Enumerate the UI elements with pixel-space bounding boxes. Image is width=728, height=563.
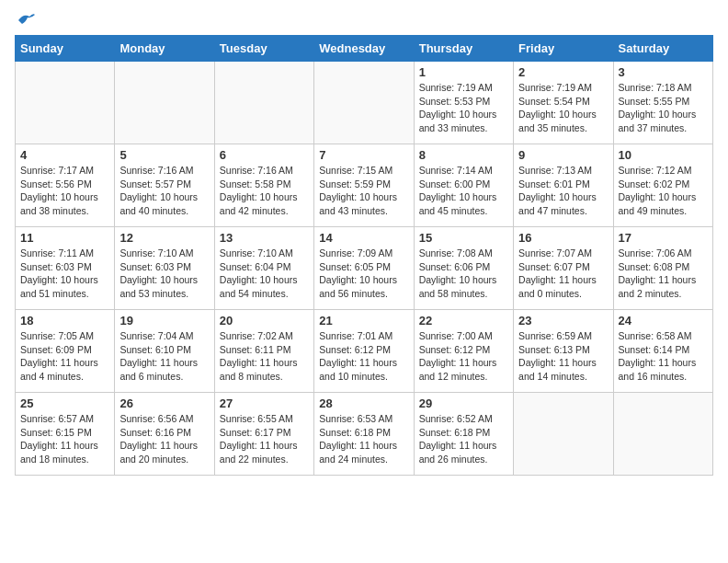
calendar-header-monday: Monday	[115, 36, 214, 62]
day-info: Sunrise: 6:55 AM Sunset: 6:17 PM Dayligh…	[220, 412, 309, 466]
calendar-cell: 15Sunrise: 7:08 AM Sunset: 6:06 PM Dayli…	[414, 227, 513, 310]
calendar-cell: 13Sunrise: 7:10 AM Sunset: 6:04 PM Dayli…	[214, 227, 313, 310]
calendar-cell: 4Sunrise: 7:17 AM Sunset: 5:56 PM Daylig…	[16, 144, 115, 227]
calendar-cell: 26Sunrise: 6:56 AM Sunset: 6:16 PM Dayli…	[115, 393, 214, 476]
day-number: 20	[220, 314, 309, 327]
calendar-header-thursday: Thursday	[414, 36, 513, 62]
day-info: Sunrise: 6:58 AM Sunset: 6:14 PM Dayligh…	[619, 329, 708, 384]
calendar-cell: 3Sunrise: 7:18 AM Sunset: 5:55 PM Daylig…	[613, 62, 712, 144]
day-info: Sunrise: 6:56 AM Sunset: 6:16 PM Dayligh…	[119, 412, 209, 466]
calendar-cell: 7Sunrise: 7:15 AM Sunset: 5:59 PM Daylig…	[314, 144, 414, 227]
calendar-header-row: SundayMondayTuesdayWednesdayThursdayFrid…	[16, 36, 713, 62]
calendar-header-tuesday: Tuesday	[214, 36, 313, 62]
day-number: 15	[419, 231, 508, 245]
day-info: Sunrise: 6:59 AM Sunset: 6:13 PM Dayligh…	[518, 329, 608, 384]
calendar-cell: 2Sunrise: 7:19 AM Sunset: 5:54 PM Daylig…	[514, 62, 613, 144]
day-info: Sunrise: 7:07 AM Sunset: 6:07 PM Dayligh…	[518, 247, 608, 301]
day-number: 4	[20, 148, 109, 162]
calendar-cell: 28Sunrise: 6:53 AM Sunset: 6:18 PM Dayli…	[314, 393, 414, 476]
calendar-table: SundayMondayTuesdayWednesdayThursdayFrid…	[15, 35, 713, 476]
page-header	[15, 15, 713, 28]
day-info: Sunrise: 7:11 AM Sunset: 6:03 PM Dayligh…	[20, 247, 109, 301]
calendar-cell: 21Sunrise: 7:01 AM Sunset: 6:12 PM Dayli…	[314, 310, 414, 393]
day-number: 23	[518, 314, 608, 327]
calendar-cell: 25Sunrise: 6:57 AM Sunset: 6:15 PM Dayli…	[16, 393, 115, 476]
calendar-week-row: 11Sunrise: 7:11 AM Sunset: 6:03 PM Dayli…	[16, 227, 713, 310]
calendar-cell: 9Sunrise: 7:13 AM Sunset: 6:01 PM Daylig…	[514, 144, 613, 227]
day-number: 24	[619, 314, 708, 327]
calendar-cell: 14Sunrise: 7:09 AM Sunset: 6:05 PM Dayli…	[314, 227, 414, 310]
day-number: 14	[319, 231, 408, 245]
day-info: Sunrise: 7:00 AM Sunset: 6:12 PM Dayligh…	[419, 329, 508, 384]
day-number: 29	[419, 396, 508, 410]
day-info: Sunrise: 7:08 AM Sunset: 6:06 PM Dayligh…	[419, 247, 508, 301]
day-info: Sunrise: 7:02 AM Sunset: 6:11 PM Dayligh…	[220, 329, 309, 384]
calendar-cell: 16Sunrise: 7:07 AM Sunset: 6:07 PM Dayli…	[514, 227, 613, 310]
calendar-week-row: 1Sunrise: 7:19 AM Sunset: 5:53 PM Daylig…	[16, 62, 713, 144]
calendar-cell: 1Sunrise: 7:19 AM Sunset: 5:53 PM Daylig…	[414, 62, 513, 144]
day-number: 17	[619, 231, 708, 245]
calendar-header-saturday: Saturday	[613, 36, 712, 62]
calendar-cell: 6Sunrise: 7:16 AM Sunset: 5:58 PM Daylig…	[214, 144, 313, 227]
day-info: Sunrise: 7:19 AM Sunset: 5:53 PM Dayligh…	[419, 81, 508, 135]
calendar-header-wednesday: Wednesday	[314, 36, 414, 62]
calendar-cell: 27Sunrise: 6:55 AM Sunset: 6:17 PM Dayli…	[214, 393, 313, 476]
calendar-cell	[115, 62, 214, 144]
calendar-cell	[214, 62, 313, 144]
calendar-header-friday: Friday	[514, 36, 613, 62]
day-number: 2	[518, 65, 608, 79]
day-info: Sunrise: 7:06 AM Sunset: 6:08 PM Dayligh…	[619, 247, 708, 301]
day-number: 16	[518, 231, 608, 245]
day-info: Sunrise: 7:17 AM Sunset: 5:56 PM Dayligh…	[20, 164, 109, 218]
day-info: Sunrise: 7:09 AM Sunset: 6:05 PM Dayligh…	[319, 247, 408, 301]
calendar-cell: 24Sunrise: 6:58 AM Sunset: 6:14 PM Dayli…	[613, 310, 712, 393]
day-info: Sunrise: 6:57 AM Sunset: 6:15 PM Dayligh…	[20, 412, 109, 466]
day-number: 7	[319, 148, 408, 162]
calendar-cell: 12Sunrise: 7:10 AM Sunset: 6:03 PM Dayli…	[115, 227, 214, 310]
calendar-cell: 17Sunrise: 7:06 AM Sunset: 6:08 PM Dayli…	[613, 227, 712, 310]
day-number: 10	[619, 148, 708, 162]
day-number: 13	[220, 231, 309, 245]
calendar-cell: 20Sunrise: 7:02 AM Sunset: 6:11 PM Dayli…	[214, 310, 313, 393]
calendar-cell: 22Sunrise: 7:00 AM Sunset: 6:12 PM Dayli…	[414, 310, 513, 393]
calendar-cell: 23Sunrise: 6:59 AM Sunset: 6:13 PM Dayli…	[514, 310, 613, 393]
day-number: 6	[220, 148, 309, 162]
calendar-cell: 18Sunrise: 7:05 AM Sunset: 6:09 PM Dayli…	[16, 310, 115, 393]
day-info: Sunrise: 7:10 AM Sunset: 6:03 PM Dayligh…	[119, 247, 209, 301]
day-info: Sunrise: 7:15 AM Sunset: 5:59 PM Dayligh…	[319, 164, 408, 218]
day-number: 1	[419, 65, 508, 79]
day-number: 9	[518, 148, 608, 162]
day-info: Sunrise: 7:13 AM Sunset: 6:01 PM Dayligh…	[518, 164, 608, 218]
day-info: Sunrise: 6:52 AM Sunset: 6:18 PM Dayligh…	[419, 412, 508, 466]
day-number: 19	[119, 314, 209, 327]
day-info: Sunrise: 7:12 AM Sunset: 6:02 PM Dayligh…	[619, 164, 708, 218]
day-number: 22	[419, 314, 508, 327]
day-number: 18	[20, 314, 109, 327]
calendar-cell: 8Sunrise: 7:14 AM Sunset: 6:00 PM Daylig…	[414, 144, 513, 227]
day-info: Sunrise: 7:14 AM Sunset: 6:00 PM Dayligh…	[419, 164, 508, 218]
day-number: 27	[220, 396, 309, 410]
day-number: 28	[319, 396, 408, 410]
calendar-cell: 29Sunrise: 6:52 AM Sunset: 6:18 PM Dayli…	[414, 393, 513, 476]
day-number: 11	[20, 231, 109, 245]
day-number: 12	[119, 231, 209, 245]
calendar-cell	[514, 393, 613, 476]
logo	[15, 15, 37, 28]
calendar-cell	[314, 62, 414, 144]
calendar-cell: 19Sunrise: 7:04 AM Sunset: 6:10 PM Dayli…	[115, 310, 214, 393]
day-number: 5	[119, 148, 209, 162]
calendar-cell: 11Sunrise: 7:11 AM Sunset: 6:03 PM Dayli…	[16, 227, 115, 310]
calendar-cell	[613, 393, 712, 476]
day-number: 25	[20, 396, 109, 410]
day-info: Sunrise: 6:53 AM Sunset: 6:18 PM Dayligh…	[319, 412, 408, 466]
day-info: Sunrise: 7:18 AM Sunset: 5:55 PM Dayligh…	[619, 81, 708, 135]
day-number: 8	[419, 148, 508, 162]
day-info: Sunrise: 7:10 AM Sunset: 6:04 PM Dayligh…	[220, 247, 309, 301]
day-info: Sunrise: 7:16 AM Sunset: 5:58 PM Dayligh…	[220, 164, 309, 218]
day-info: Sunrise: 7:01 AM Sunset: 6:12 PM Dayligh…	[319, 329, 408, 384]
calendar-week-row: 4Sunrise: 7:17 AM Sunset: 5:56 PM Daylig…	[16, 144, 713, 227]
day-info: Sunrise: 7:16 AM Sunset: 5:57 PM Dayligh…	[119, 164, 209, 218]
calendar-cell: 5Sunrise: 7:16 AM Sunset: 5:57 PM Daylig…	[115, 144, 214, 227]
day-number: 3	[619, 65, 708, 79]
bird-icon	[17, 11, 37, 28]
